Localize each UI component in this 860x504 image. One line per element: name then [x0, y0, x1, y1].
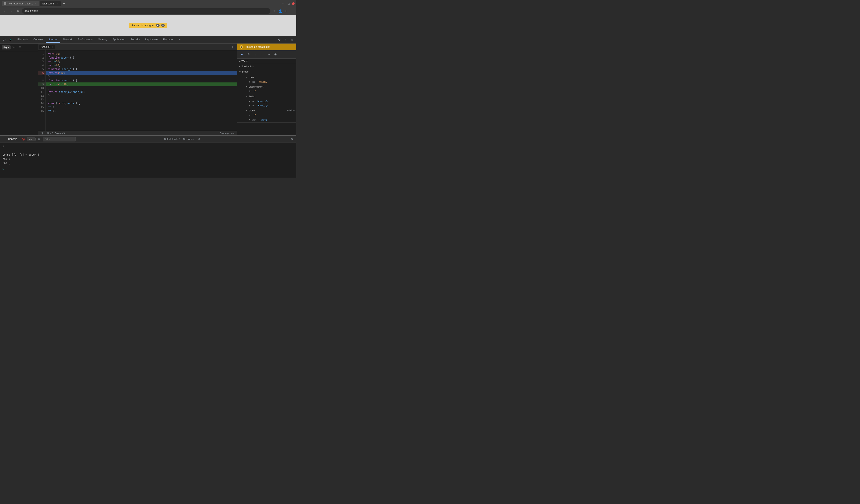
- device-emulation-icon[interactable]: 📱: [8, 37, 13, 42]
- debugger-panel: ℹ Paused on breakpoint ▶ ↷ ↓ ↑ → ⊗: [237, 44, 296, 135]
- navigation-bar: ‹ › ↻ about:blank ☆ 👤 ⊞ ⋮: [0, 7, 296, 15]
- default-levels-label: Default levels: [164, 138, 178, 140]
- resume-button[interactable]: ▶: [156, 24, 160, 27]
- default-levels-button[interactable]: Default levels ▾: [164, 138, 180, 140]
- tab-memory[interactable]: Memory: [96, 37, 110, 43]
- sidebar-tab-page[interactable]: Page: [2, 45, 11, 49]
- tab-bar: RealJavascript - CodeSandbox ✕ about:bla…: [0, 0, 296, 7]
- close-console-button[interactable]: ✕: [290, 137, 295, 142]
- deactivate-breakpoints-button[interactable]: ⊗: [273, 51, 278, 57]
- console-menu-icon[interactable]: ⋮: [2, 137, 6, 142]
- inspect-element-icon[interactable]: ⬡: [2, 37, 7, 42]
- format-braces-icon[interactable]: { }: [41, 132, 43, 134]
- minimize-icon[interactable]: −: [280, 1, 285, 6]
- console-prompt[interactable]: >: [2, 167, 294, 171]
- console-settings-icon[interactable]: ⚙: [197, 137, 202, 142]
- address-bar[interactable]: about:blank: [22, 8, 270, 14]
- tab-codesandbox[interactable]: RealJavascript - CodeSandbox ✕: [2, 1, 39, 6]
- context-dropdown-icon: ▾: [32, 138, 34, 140]
- new-tab-button[interactable]: +: [61, 1, 67, 6]
- tab-more[interactable]: »: [176, 37, 183, 43]
- code-line-13: [46, 98, 237, 102]
- status-coverage: Coverage: n/a: [220, 132, 234, 134]
- reload-button[interactable]: ↻: [15, 8, 21, 14]
- more-options-icon[interactable]: ⋮: [289, 9, 295, 14]
- tab-security[interactable]: Security: [128, 37, 142, 43]
- line-num-12: 12: [38, 94, 45, 98]
- prop-a: a : 10: [247, 113, 296, 118]
- sidebar-more-icon[interactable]: ≫: [11, 45, 16, 50]
- prop-this-value: Window: [259, 80, 267, 84]
- tab-about-blank[interactable]: about:blank ✕: [40, 1, 61, 6]
- line-num-1: 1: [38, 52, 45, 56]
- tab-close-about-blank[interactable]: ✕: [56, 2, 59, 5]
- breakpoints-header[interactable]: ▶ Breakpoints: [237, 64, 296, 69]
- prop-alert-colon: :: [258, 118, 258, 121]
- devtools-close-icon[interactable]: ✕: [289, 37, 295, 42]
- deactivate-button[interactable]: ⊗: [161, 24, 164, 27]
- global-type-label: Window: [287, 109, 295, 112]
- prop-alert-value: f alert(): [259, 118, 267, 121]
- breakpoints-expand-icon: ▶: [239, 65, 241, 68]
- line-num-6[interactable]: 6: [38, 71, 45, 75]
- profile-icon[interactable]: 👤: [278, 9, 283, 14]
- tab-lighthouse[interactable]: Lighthouse: [143, 37, 160, 43]
- tab-network[interactable]: Network: [60, 37, 75, 43]
- devtools-more-icon[interactable]: ⋮: [283, 37, 288, 42]
- local-props: ▶ this : Window: [244, 80, 296, 84]
- console-filter-input[interactable]: [43, 137, 76, 142]
- closure-label: Closure (outer): [249, 85, 264, 88]
- window-close-icon[interactable]: [292, 2, 295, 5]
- tab-console[interactable]: Console: [31, 37, 45, 43]
- script-header[interactable]: ▼ Script: [244, 94, 296, 99]
- tab-performance[interactable]: Performance: [75, 37, 95, 43]
- back-button[interactable]: ‹: [2, 8, 7, 14]
- forward-button[interactable]: ›: [9, 8, 14, 14]
- global-header[interactable]: ▼ Global Window: [244, 108, 296, 113]
- closure-subsection: ▼ Closure (outer) b : 10: [242, 84, 296, 94]
- local-header[interactable]: ▼ Local: [244, 75, 296, 80]
- page-content: Paused in debugger ▶ ⊗: [0, 15, 296, 36]
- tab-application[interactable]: Application: [110, 37, 128, 43]
- debugger-paused-banner: ℹ Paused on breakpoint: [237, 44, 296, 50]
- editor-tab-vm3642[interactable]: VM3642 ✕: [39, 45, 55, 49]
- context-selector[interactable]: top ▾: [27, 137, 35, 141]
- context-selector-label: top: [29, 138, 32, 140]
- devtools-settings-icon[interactable]: ⚙: [277, 37, 282, 42]
- sources-sidebar: Page ≫ ≡: [0, 44, 38, 135]
- prop-fa-name: fa: [252, 100, 254, 103]
- step-into-button[interactable]: ↓: [253, 51, 258, 57]
- closure-props: b : 10: [244, 89, 296, 94]
- prop-this: ▶ this : Window: [247, 80, 296, 84]
- watch-header[interactable]: ▶ Watch: [237, 59, 296, 64]
- address-text: about:blank: [25, 10, 38, 13]
- code-line-14: const [fa, fb] = outer();: [46, 102, 237, 105]
- maximize-icon[interactable]: □: [286, 1, 291, 6]
- prop-fb: ▶ fb : f inner_b(): [247, 103, 296, 108]
- console-live-icon[interactable]: 👁: [37, 137, 42, 142]
- prop-this-name: this: [252, 80, 255, 84]
- console-clear-icon[interactable]: 🚫: [21, 137, 25, 142]
- scope-header[interactable]: ▼ Scope: [237, 69, 296, 74]
- step-out-button[interactable]: ↑: [259, 51, 265, 57]
- code-line-7: }: [46, 75, 237, 79]
- console-content[interactable]: } const [fa, fb] = outer(); fa(); fb(); …: [0, 143, 296, 178]
- editor-tab-close-icon[interactable]: ✕: [52, 46, 53, 48]
- breakpoints-label: Breakpoints: [242, 65, 254, 68]
- closure-header[interactable]: ▼ Closure (outer): [244, 84, 296, 89]
- resume-execution-button[interactable]: ▶: [239, 51, 244, 57]
- bookmark-icon[interactable]: ☆: [272, 9, 277, 14]
- tab-close-codesandbox[interactable]: ✕: [34, 2, 37, 5]
- code-content[interactable]: var a = 10; function outer() { var b = 1…: [46, 50, 237, 131]
- extensions-icon[interactable]: ⊞: [284, 9, 289, 14]
- step-button[interactable]: →: [266, 51, 272, 57]
- line-num-11: 11: [38, 90, 45, 94]
- prop-fa: ▶ fa : f inner_a(): [247, 99, 296, 103]
- tab-elements[interactable]: Elements: [15, 37, 30, 43]
- tab-recorder[interactable]: Recorder: [161, 37, 176, 43]
- sidebar-new-icon[interactable]: ≡: [17, 45, 23, 50]
- closure-expand-icon: ▼: [246, 86, 248, 88]
- step-over-button[interactable]: ↷: [246, 51, 251, 57]
- format-icon[interactable]: { }: [231, 44, 236, 49]
- tab-sources[interactable]: Sources: [46, 37, 60, 43]
